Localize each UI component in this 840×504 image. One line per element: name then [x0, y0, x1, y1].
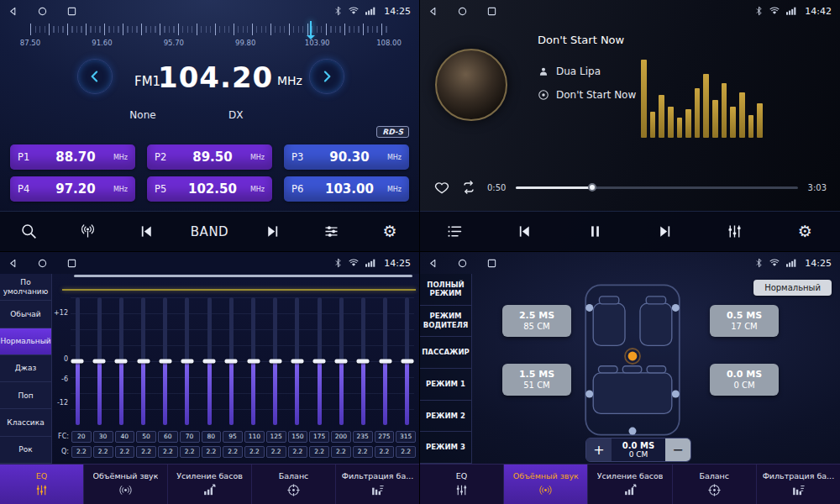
broadcast-seek-icon[interactable] — [73, 218, 103, 246]
eq-slider-handle[interactable] — [93, 360, 106, 364]
home-icon[interactable] — [38, 259, 47, 268]
eq-slider-handle[interactable] — [137, 360, 150, 364]
eq-band-slider[interactable] — [92, 297, 106, 425]
eq-slider-handle[interactable] — [379, 360, 391, 364]
surround-mode-item[interactable]: РЕЖИМ ВОДИТЕЛЯ — [420, 306, 471, 338]
eq-band-slider[interactable] — [247, 297, 260, 425]
eq-band-slider[interactable] — [401, 297, 414, 425]
eq-band-slider[interactable] — [114, 297, 128, 425]
eq-slider-handle[interactable] — [181, 360, 193, 364]
eq-slider-handle[interactable] — [247, 360, 260, 364]
eq-slider-handle[interactable] — [401, 360, 413, 364]
settings-gear-icon[interactable]: ⚙ — [375, 218, 405, 246]
previous-track-icon[interactable] — [510, 218, 540, 246]
sound-tab-filter[interactable]: Фильтрация ба... — [757, 465, 840, 504]
surround-mode-item[interactable]: РЕЖИМ 3 — [420, 432, 471, 464]
preset-button-p5[interactable]: P5102.50MHz — [147, 176, 272, 202]
pause-icon[interactable] — [580, 218, 610, 246]
back-icon[interactable] — [428, 259, 438, 268]
seek-bar[interactable] — [516, 186, 797, 189]
sound-tab-eq[interactable]: EQ — [420, 465, 504, 504]
surround-mode-item[interactable]: РЕЖИМ 1 — [420, 369, 471, 401]
playlist-icon[interactable] — [440, 218, 470, 246]
audio-settings-icon[interactable] — [316, 218, 346, 246]
sound-tab-surround[interactable]: Объёмный звук — [504, 465, 588, 504]
delay-button-front-right[interactable]: 0.5 MS17 CM — [710, 305, 779, 337]
home-icon[interactable] — [458, 259, 467, 268]
eq-scrollbar[interactable] — [74, 275, 412, 277]
eq-slider-handle[interactable] — [71, 360, 84, 364]
delay-button-front-left[interactable]: 2.5 MS85 CM — [502, 305, 571, 337]
preset-button-p6[interactable]: P6103.00MHz — [284, 176, 409, 202]
eq-band-slider[interactable] — [356, 297, 370, 425]
next-track-icon[interactable] — [650, 218, 680, 246]
sound-tab-balance[interactable]: Баланс — [673, 465, 757, 504]
recents-icon[interactable] — [487, 259, 496, 268]
preset-button-p2[interactable]: P289.50MHz — [147, 144, 272, 170]
preset-button-p4[interactable]: P497.20MHz — [10, 176, 135, 202]
repeat-icon[interactable] — [460, 179, 477, 196]
recents-icon[interactable] — [67, 7, 76, 16]
eq-preset-item[interactable]: По умолчанию — [0, 274, 51, 301]
sound-tab-filter[interactable]: Фильтрация ба... — [336, 465, 419, 504]
eq-band-slider[interactable] — [159, 297, 172, 425]
previous-station-icon[interactable] — [132, 218, 162, 246]
eq-band-slider[interactable] — [334, 297, 348, 425]
sound-tab-bass-boost[interactable]: Усиление басов — [588, 465, 672, 504]
tune-up-button[interactable] — [309, 59, 344, 94]
back-icon[interactable] — [8, 7, 18, 16]
eq-slider-handle[interactable] — [225, 360, 238, 364]
delay-button-rear-right[interactable]: 0.0 MS0 CM — [710, 364, 779, 396]
eq-band-slider[interactable] — [202, 297, 216, 425]
home-icon[interactable] — [458, 7, 467, 16]
favorite-icon[interactable] — [433, 179, 450, 196]
delay-increase-button[interactable]: + — [586, 438, 612, 461]
settings-gear-icon[interactable]: ⚙ — [790, 218, 820, 246]
eq-preset-item[interactable]: Обычай — [0, 301, 51, 328]
sound-profile-button[interactable]: Нормальный — [753, 280, 832, 296]
recents-icon[interactable] — [67, 259, 76, 268]
eq-band-slider[interactable] — [71, 297, 84, 425]
eq-slider-handle[interactable] — [115, 360, 128, 364]
surround-mode-item[interactable]: ПАССАЖИР — [420, 337, 471, 369]
surround-mode-item[interactable]: РЕЖИМ 2 — [420, 401, 471, 433]
eq-slider-handle[interactable] — [313, 360, 326, 364]
eq-band-slider[interactable] — [269, 297, 282, 425]
equalizer-icon[interactable] — [720, 218, 750, 246]
eq-slider-handle[interactable] — [291, 360, 303, 364]
eq-preset-item[interactable]: Джаз — [0, 355, 51, 382]
back-icon[interactable] — [8, 259, 18, 268]
eq-slider-handle[interactable] — [203, 360, 216, 364]
eq-band-slider[interactable] — [224, 297, 238, 425]
eq-slider-handle[interactable] — [357, 360, 370, 364]
sound-tab-surround[interactable]: Объёмный звук — [84, 465, 168, 504]
sound-tab-balance[interactable]: Баланс — [252, 465, 336, 504]
home-icon[interactable] — [38, 7, 47, 16]
eq-band-slider[interactable] — [379, 297, 392, 425]
eq-slider-handle[interactable] — [335, 360, 348, 364]
sound-tab-bass-boost[interactable]: Усиление басов — [168, 465, 252, 504]
progress-knob[interactable] — [588, 183, 596, 192]
eq-band-slider[interactable] — [181, 297, 194, 425]
eq-preset-item[interactable]: Поп — [0, 382, 51, 409]
recents-icon[interactable] — [487, 7, 496, 16]
eq-preset-item[interactable]: Нормальный — [0, 328, 51, 355]
search-icon[interactable] — [14, 218, 45, 246]
eq-preset-item[interactable]: Рок — [0, 437, 51, 464]
eq-slider-handle[interactable] — [159, 360, 171, 364]
sound-tab-eq[interactable]: EQ — [0, 465, 84, 504]
eq-preset-item[interactable]: Классика — [0, 409, 51, 436]
tuning-scale[interactable]: 87.5091.6095.7099.80103.90108.00 — [30, 24, 389, 50]
eq-band-slider[interactable] — [137, 297, 150, 425]
band-button[interactable]: BAND — [191, 218, 228, 246]
eq-band-slider[interactable] — [312, 297, 326, 425]
next-station-icon[interactable] — [257, 218, 287, 246]
back-icon[interactable] — [428, 7, 438, 16]
surround-mode-item[interactable]: ПОЛНЫЙ РЕЖИМ — [420, 274, 471, 306]
delay-decrease-button[interactable]: − — [665, 438, 690, 461]
eq-band-slider[interactable] — [291, 297, 304, 425]
delay-button-rear-left[interactable]: 1.5 MS51 CM — [502, 364, 571, 396]
eq-slider-handle[interactable] — [269, 360, 281, 364]
preset-button-p1[interactable]: P188.70MHz — [10, 144, 135, 170]
tune-down-button[interactable] — [77, 59, 113, 94]
